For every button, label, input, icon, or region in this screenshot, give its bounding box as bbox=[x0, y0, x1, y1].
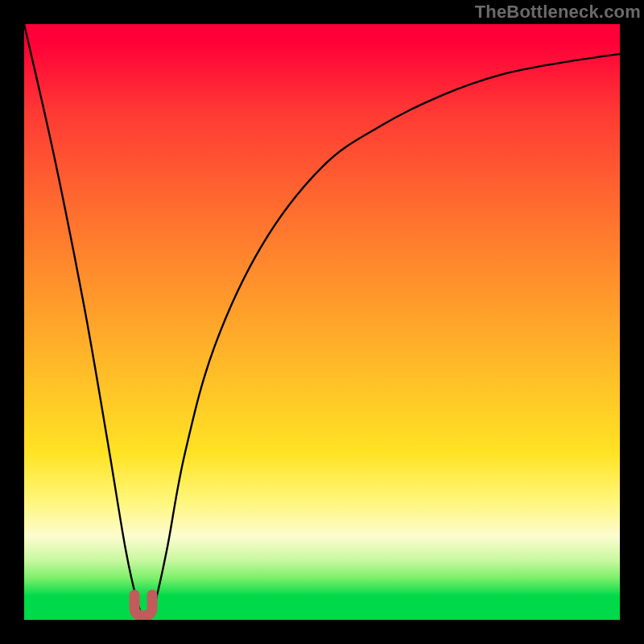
curve-layer bbox=[24, 24, 620, 620]
chart-frame: TheBottleneck.com bbox=[0, 0, 644, 644]
bottleneck-curve bbox=[24, 24, 620, 616]
minimum-marker bbox=[134, 595, 152, 616]
plot-area bbox=[24, 24, 620, 620]
watermark-text: TheBottleneck.com bbox=[475, 2, 641, 23]
